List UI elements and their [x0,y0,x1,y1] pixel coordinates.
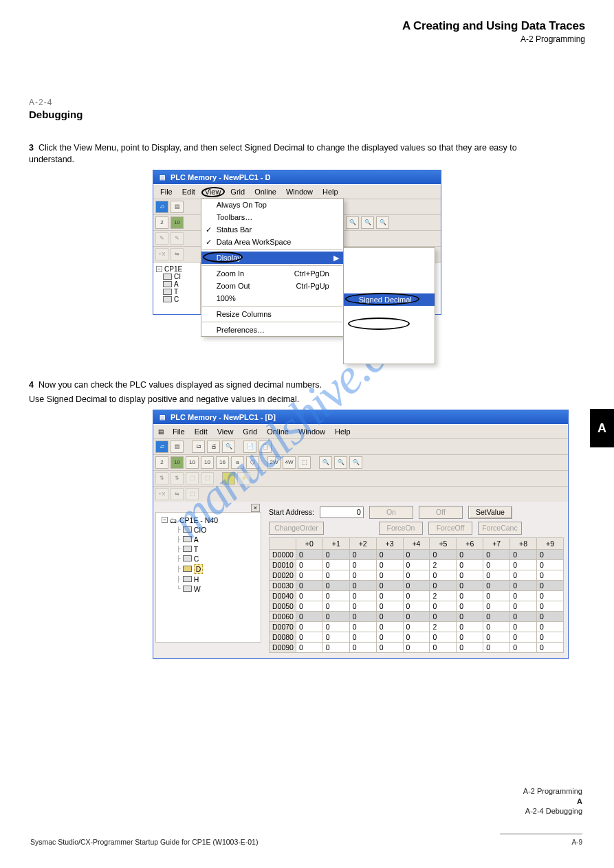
menu-window[interactable]: Window [282,186,317,197]
data-cell[interactable]: 0 [296,570,322,580]
table-row[interactable]: D00300000000000 [270,580,564,590]
data-cell[interactable]: 0 [322,642,349,652]
table-row[interactable]: D00400000020000 [270,590,564,601]
table-row[interactable]: D00000000000000 [270,549,564,559]
data-cell[interactable]: 0 [430,642,457,652]
tree-item-w[interactable]: └W [157,584,259,594]
toolbar-button[interactable]: +X [155,248,168,260]
data-cell[interactable]: 0 [322,632,349,642]
data-cell[interactable]: 0 [296,632,322,642]
toolbar-button[interactable]: 🗂 [192,441,205,453]
data-cell[interactable]: 0 [349,621,376,632]
data-cell[interactable]: 0 [457,570,483,580]
data-cell[interactable]: 0 [296,611,322,621]
data-cell[interactable]: 0 [376,601,403,611]
table-row[interactable]: D00100000020000 [270,559,564,570]
data-cell[interactable]: 0 [296,621,322,632]
memory-table[interactable]: +0+1+2+3+4+5+6+7+8+9 D00000000000000D001… [269,537,564,653]
data-cell[interactable]: 0 [376,611,403,621]
data-cell[interactable]: 0 [322,549,349,559]
toolbar-button[interactable]: ⚡ [222,472,235,485]
tree-item[interactable]: A [156,280,197,288]
data-cell[interactable]: 0 [510,549,537,559]
menu-file[interactable]: File [156,186,177,197]
data-cell[interactable]: 0 [510,632,537,642]
toolbar-button[interactable]: ⇅ [171,472,184,485]
toolbar-button[interactable]: 10 [201,456,214,469]
data-cell[interactable]: 0 [296,601,322,611]
data-cell[interactable]: 0 [483,580,510,590]
data-cell[interactable]: 0 [349,642,376,652]
menu-view[interactable]: View Always On Top Toolbars… Status Bar … [201,186,226,197]
toolbar-button[interactable]: ⬚ [186,472,199,485]
data-cell[interactable]: 0 [510,642,537,652]
data-cell[interactable]: 0 [457,559,483,570]
data-cell[interactable]: 0 [349,559,376,570]
data-cell[interactable]: 0 [483,570,510,580]
table-row[interactable]: D00900000000000 [270,642,564,652]
data-cell[interactable]: 0 [430,601,457,611]
collapse-icon[interactable]: − [156,266,162,272]
data-cell[interactable]: 0 [537,621,564,632]
memory-tree[interactable]: −🗂CP1E - N40 ├CIO ├A ├T ├C ├D ├H └W [155,512,261,643]
toolbar-button[interactable]: ⚡ [237,472,250,485]
data-cell[interactable]: 0 [457,601,483,611]
zoom-in-icon[interactable]: 🔍 [334,456,347,469]
tree-pane[interactable]: −CP1E CI A T C [153,263,201,314]
data-cell[interactable]: 2 [430,590,457,601]
data-cell[interactable]: 0 [376,590,403,601]
data-cell[interactable]: 0 [403,632,430,642]
data-cell[interactable]: 0 [349,549,376,559]
on-button[interactable]: On [369,506,413,519]
toolbar-button[interactable]: ▱ [155,201,168,213]
data-cell[interactable]: 0 [376,549,403,559]
data-cell[interactable]: 0 [510,601,537,611]
tree-item-c[interactable]: ├C [157,554,259,564]
data-cell[interactable]: 0 [403,549,430,559]
forceoff-button[interactable]: ForceOff [428,522,472,535]
display-text[interactable]: Text [344,331,435,343]
table-row[interactable]: D00700000020000 [270,621,564,632]
data-cell[interactable]: 0 [537,549,564,559]
data-cell[interactable]: 0 [403,621,430,632]
data-cell[interactable]: 0 [510,621,537,632]
toolbar-button[interactable]: a [231,456,244,469]
data-cell[interactable]: 0 [483,590,510,601]
zoom-out-icon[interactable]: 🔍 [349,456,362,469]
setvalue-button[interactable]: SetValue [468,506,512,519]
tree-item[interactable]: CI [156,273,197,280]
tree-item[interactable]: C [156,296,197,303]
toolbar-button[interactable]: ⬚ [201,472,214,485]
menu-toolbars[interactable]: Toolbars… [201,211,343,223]
toolbar-button[interactable]: ⬡ [246,456,259,469]
data-cell[interactable]: 0 [349,601,376,611]
toolbar-button[interactable]: 16 [216,456,229,469]
menu-always-on-top[interactable]: Always On Top [201,199,343,211]
menu-edit[interactable]: Edit [190,426,212,437]
data-cell[interactable]: 0 [510,559,537,570]
toolbar-button[interactable]: ⇅ [155,472,168,485]
toolbar-button[interactable]: 2W [267,456,281,469]
data-cell[interactable]: 0 [537,611,564,621]
data-cell[interactable]: 0 [322,621,349,632]
data-cell[interactable]: 0 [537,632,564,642]
data-cell[interactable]: 0 [322,559,349,570]
display-signed-decimal[interactable]: Signed Decimal [344,293,435,306]
menu-help[interactable]: Help [318,186,342,197]
toolbar-button[interactable]: 2 [155,456,168,469]
toolbar-button[interactable]: 10 [171,456,184,469]
data-cell[interactable]: 0 [349,611,376,621]
data-cell[interactable]: 0 [403,590,430,601]
data-cell[interactable]: 0 [457,632,483,642]
data-cell[interactable]: 0 [376,642,403,652]
table-row[interactable]: D00800000000000 [270,632,564,642]
data-cell[interactable]: 0 [430,632,457,642]
tree-item-h[interactable]: ├H [157,575,259,584]
toolbar-button[interactable]: ⇆ [171,488,184,500]
toolbar-button[interactable]: 10 [186,456,199,469]
tree-item[interactable]: T [156,288,197,296]
menu-preferences[interactable]: Preferences… [201,324,343,336]
display-floating[interactable]: Floating point [344,306,435,318]
toolbar-button[interactable]: ▱ [155,441,168,453]
data-cell[interactable]: 0 [483,601,510,611]
